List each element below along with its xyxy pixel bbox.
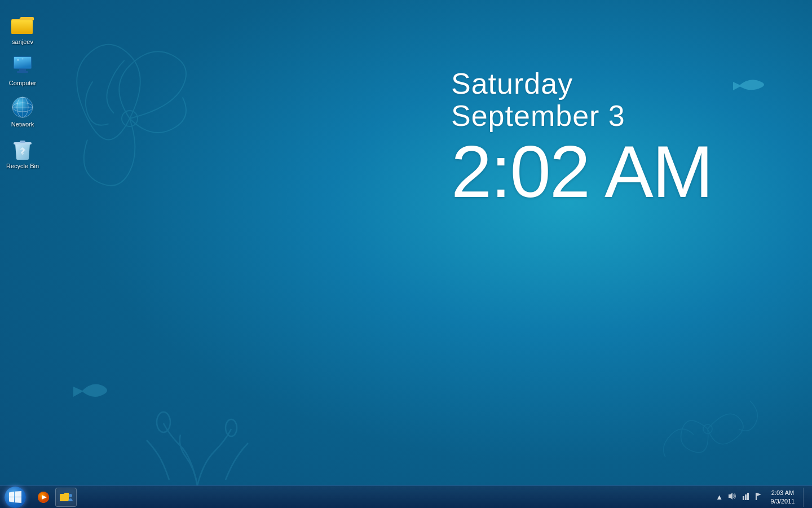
svg-rect-11 (19, 69, 26, 71)
desktop-icon-computer[interactable]: Computer (0, 51, 45, 90)
start-orb (5, 487, 26, 508)
flag-icon (754, 492, 762, 500)
desktop-icon-sanjeev[interactable]: sanjeev (0, 10, 45, 49)
computer-icon (11, 55, 34, 77)
desktop-icon-recycle-bin[interactable]: Recycle Bin (0, 134, 45, 173)
tray-expand-button[interactable]: ▲ (714, 493, 724, 501)
taskbar-file-explorer[interactable] (55, 488, 77, 507)
desktop-icon-network[interactable]: Network (0, 93, 45, 132)
tray-time: 2:03 AM (771, 489, 794, 497)
taskbar-media-player[interactable] (33, 488, 54, 507)
icon-label-recycle-bin: Recycle Bin (6, 163, 39, 170)
date-display: Saturday September 3 (451, 68, 712, 132)
folder-icon-sanjeev (11, 14, 34, 36)
svg-rect-22 (20, 141, 25, 143)
volume-icon (727, 492, 736, 501)
show-desktop-button[interactable] (803, 488, 807, 507)
desktop-icons-container: sanjeev (0, 6, 45, 176)
recycle-bin-icon (11, 138, 34, 160)
svg-rect-30 (743, 496, 744, 500)
svg-rect-27 (60, 495, 69, 501)
time-display: 2:02 AM (451, 135, 712, 208)
taskbar-quick-launch (30, 486, 710, 508)
icon-label-network: Network (11, 121, 34, 128)
bg-swirl-topleft (45, 34, 214, 203)
svg-rect-32 (747, 493, 749, 500)
svg-rect-33 (756, 493, 757, 500)
svg-point-13 (17, 59, 19, 61)
tray-clock[interactable]: 2:03 AM 9/3/2011 (766, 489, 800, 505)
svg-point-28 (69, 494, 72, 497)
system-tray: ▲ (710, 486, 812, 508)
icon-label-computer: Computer (9, 80, 36, 87)
svg-rect-12 (17, 71, 28, 73)
network-icon (11, 96, 34, 119)
media-player-icon (37, 491, 50, 503)
bg-fish-topright (733, 73, 767, 99)
tray-action-center-icon[interactable] (753, 492, 764, 502)
svg-marker-29 (729, 493, 732, 500)
svg-point-3 (703, 424, 712, 433)
tray-date: 9/3/2011 (771, 497, 795, 505)
desktop: sanjeev (0, 0, 812, 508)
clock-display: Saturday September 3 2:02 AM (451, 68, 712, 208)
network-tray-icon (741, 492, 750, 501)
bg-plants-bottom (113, 401, 282, 485)
file-explorer-icon (59, 491, 73, 503)
tray-volume-icon[interactable] (726, 492, 738, 502)
svg-point-2 (226, 419, 237, 436)
svg-rect-7 (11, 20, 33, 34)
svg-point-0 (122, 111, 138, 126)
tray-network-icon[interactable] (740, 492, 751, 502)
svg-point-1 (157, 412, 170, 432)
bg-fish-bottomleft (73, 375, 113, 406)
windows-logo-icon (9, 491, 21, 503)
taskbar: ▲ (0, 485, 812, 508)
day-name: Saturday (451, 67, 573, 100)
bg-swirl-bottomright (637, 373, 778, 485)
svg-point-14 (22, 58, 24, 60)
date-string: September 3 (451, 99, 625, 132)
svg-rect-31 (745, 494, 747, 500)
start-button[interactable] (0, 486, 30, 509)
icon-label-sanjeev: sanjeev (12, 38, 33, 46)
